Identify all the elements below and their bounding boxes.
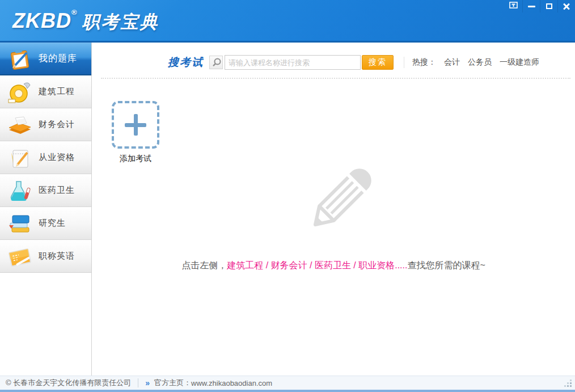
card-pen-icon — [7, 243, 33, 269]
logo-app-name: 职考宝典 — [82, 12, 159, 32]
notepad-pencil-icon — [7, 145, 33, 171]
hot-term-accounting[interactable]: 会计 — [444, 57, 460, 68]
sidebar-item-label: 我的题库 — [39, 53, 77, 65]
sidebar: 我的题库 建筑工程 — [0, 43, 92, 376]
sidebar-item-label: 医药卫生 — [39, 185, 75, 196]
minimize-icon — [528, 6, 535, 7]
app-window: ZKBD®职考宝典 — [0, 0, 575, 392]
sidebar-item-my-question-bank[interactable]: 我的题库 — [0, 43, 91, 75]
magnifier-box — [209, 56, 223, 69]
hot-search-label: 热搜： — [412, 57, 436, 68]
sidebar-item-graduate[interactable]: 研究生 — [0, 207, 91, 240]
sidebar-item-construction[interactable]: 建筑工程 — [0, 75, 91, 108]
skin-button[interactable] — [505, 0, 522, 12]
hot-term-civil-servant[interactable]: 公务员 — [468, 57, 492, 68]
search-icon — [212, 58, 221, 68]
message-highlight: 建筑工程 / 财务会计 / 医药卫生 / 职业资格..... — [227, 260, 407, 270]
maximize-button[interactable] — [540, 0, 557, 12]
main-content: 搜考试 搜索 热搜： 会计 公务员 一级建造师 — [92, 43, 575, 376]
flask-icon — [7, 178, 33, 204]
message-prefix: 点击左侧， — [181, 260, 227, 270]
maximize-icon — [546, 3, 552, 9]
hot-term-constructor[interactable]: 一级建造师 — [500, 57, 539, 68]
skin-icon — [509, 1, 518, 11]
dotted-separator — [101, 78, 570, 79]
window-controls — [505, 0, 575, 12]
add-exam-button[interactable] — [112, 101, 159, 149]
pencil-illustration — [293, 156, 384, 249]
homepage-url[interactable]: www.zhikaobaodian.com — [191, 379, 272, 387]
chevron-icon: » — [145, 378, 150, 387]
message-suffix: 查找您所需的课程~ — [407, 260, 485, 270]
copyright-text: © 长春市金天宇文化传播有限责任公司 — [6, 378, 131, 388]
clipboard-pencil-icon — [7, 46, 33, 72]
books-icon — [7, 210, 33, 237]
body-row: 我的题库 建筑工程 — [0, 43, 575, 376]
app-logo: ZKBD®职考宝典 — [12, 9, 159, 34]
tape-measure-icon — [7, 79, 33, 105]
footer: © 长春市金天宇文化传播有限责任公司 » 官方主页： www.zhikaobao… — [0, 376, 575, 392]
search-row: 搜考试 搜索 热搜： 会计 公务员 一级建造师 — [168, 54, 575, 70]
sidebar-item-label: 财务会计 — [39, 119, 75, 130]
divider — [138, 378, 138, 387]
logo-brand: ZKBD — [12, 9, 71, 32]
registered-mark: ® — [71, 8, 78, 16]
sidebar-item-label: 研究生 — [39, 218, 66, 229]
titlebar: ZKBD®职考宝典 — [0, 0, 575, 43]
homepage-label: 官方主页： — [154, 378, 191, 388]
empty-state-message: 点击左侧，建筑工程 / 财务会计 / 医药卫生 / 职业资格.....查找您所需… — [92, 260, 575, 272]
sidebar-item-title-english[interactable]: 职称英语 — [0, 240, 91, 273]
hot-search: 热搜： 会计 公务员 一级建造师 — [412, 57, 539, 68]
sidebar-item-label: 建筑工程 — [39, 86, 75, 97]
sidebar-item-medicine-health[interactable]: 医药卫生 — [0, 174, 91, 207]
resize-grip-icon[interactable] — [570, 385, 572, 387]
search-button[interactable]: 搜索 — [362, 55, 394, 70]
search-input[interactable] — [225, 55, 361, 70]
minimize-button[interactable] — [522, 0, 540, 12]
search-section-label: 搜考试 — [168, 55, 204, 70]
add-exam-label: 添加考试 — [112, 154, 159, 164]
close-button[interactable] — [557, 0, 575, 12]
sidebar-item-professional-qualification[interactable]: 从业资格 — [0, 141, 91, 174]
plus-icon — [125, 114, 146, 136]
folders-icon — [7, 112, 33, 138]
close-icon — [563, 2, 570, 10]
sidebar-item-label: 从业资格 — [39, 152, 75, 163]
divider — [404, 57, 404, 68]
sidebar-item-finance-accounting[interactable]: 财务会计 — [0, 108, 91, 141]
sidebar-item-label: 职称英语 — [39, 251, 75, 262]
